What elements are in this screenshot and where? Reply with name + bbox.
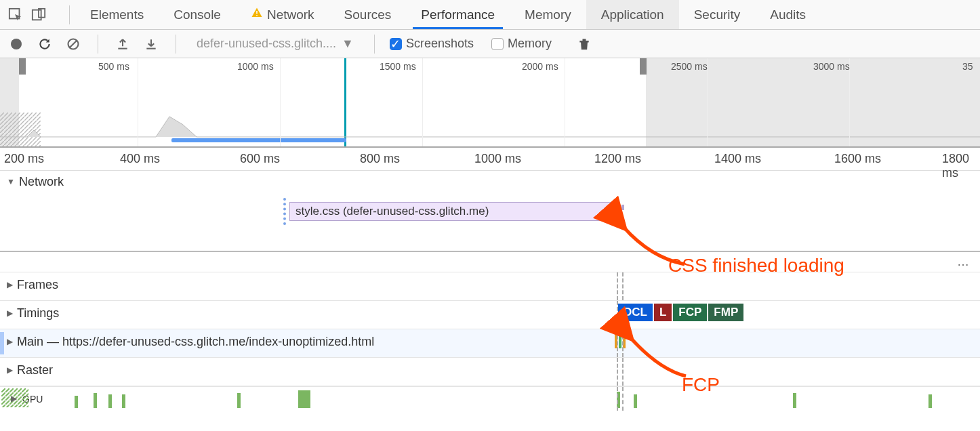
v-gridline xyxy=(622,329,624,357)
reload-icon[interactable] xyxy=(35,35,54,54)
disclosure-triangle-icon: ▶ xyxy=(7,337,13,346)
v-gridline xyxy=(617,301,618,329)
disclosure-triangle-icon: ▶ xyxy=(7,365,13,375)
main-track[interactable]: ▶ Main — https://defer-unused-css.glitch… xyxy=(0,329,980,358)
clear-icon[interactable] xyxy=(64,35,83,54)
timing-badges: DCL L FCP FMP xyxy=(618,304,743,321)
gpu-tick xyxy=(75,396,78,408)
svg-rect-3 xyxy=(256,11,258,14)
left-resize-handle[interactable] xyxy=(19,58,26,75)
main-left-stripe xyxy=(0,332,4,354)
tick-label: 500 ms xyxy=(98,61,129,72)
gpu-tick xyxy=(108,394,112,408)
tab-label: Application xyxy=(601,7,664,22)
tick-label: 1000 ms xyxy=(237,61,274,72)
separator xyxy=(98,35,98,54)
gpu-tick xyxy=(122,394,125,408)
gridline xyxy=(422,58,423,146)
devtools-tabbar: Elements Console Network Sources Perform… xyxy=(0,0,980,30)
right-resize-handle[interactable] xyxy=(640,58,647,75)
v-gridline xyxy=(622,387,624,411)
gpu-tick xyxy=(793,393,796,408)
overview-timeline[interactable]: 500 ms 1000 ms 1500 ms 2000 ms 2500 ms 3… xyxy=(0,58,980,148)
track-label: Raster xyxy=(17,363,53,377)
tab-elements[interactable]: Elements xyxy=(75,0,159,29)
load-profile-icon[interactable] xyxy=(113,35,132,54)
track-label: Main — https://defer-unused-css.glitch.m… xyxy=(17,335,374,349)
separator xyxy=(374,35,375,54)
svg-line-7 xyxy=(69,40,77,48)
ruler-tick: 600 ms xyxy=(240,152,280,166)
ruler-tick: 200 ms xyxy=(4,152,44,166)
garbage-collect-icon[interactable] xyxy=(575,35,594,54)
checkbox-label: Memory xyxy=(508,37,552,51)
inspect-icon[interactable] xyxy=(7,6,24,24)
network-request-bar[interactable]: style.css (defer-unused-css.glitch.me) xyxy=(289,202,619,221)
gridline xyxy=(565,58,565,146)
v-gridline xyxy=(617,272,618,300)
tick-label: 3000 ms xyxy=(813,61,850,72)
checkbox-icon: ✓ xyxy=(390,38,402,50)
tab-network[interactable]: Network xyxy=(236,0,329,29)
save-profile-icon[interactable] xyxy=(142,35,161,54)
svg-rect-1 xyxy=(33,9,41,20)
gpu-tick xyxy=(237,393,241,408)
disclosure-triangle-icon: ▶ xyxy=(7,280,13,289)
detail-ruler[interactable]: 200 ms 400 ms 600 ms 800 ms 1000 ms 1200… xyxy=(0,148,980,171)
memory-checkbox[interactable]: Memory xyxy=(491,37,552,51)
screenshots-checkbox[interactable]: ✓ Screenshots xyxy=(390,37,474,51)
track-header-raster[interactable]: ▶ Raster xyxy=(0,358,60,383)
ruler-tick: 1000 ms xyxy=(474,152,521,166)
gridline xyxy=(280,58,281,146)
separator xyxy=(69,5,70,24)
collapsed-dots[interactable]: … xyxy=(0,252,980,272)
gpu-track[interactable]: ▶ GPU xyxy=(0,386,980,411)
tab-memory[interactable]: Memory xyxy=(510,0,586,29)
gpu-tick xyxy=(94,393,97,408)
svg-point-5 xyxy=(11,39,22,49)
tab-application[interactable]: Application xyxy=(586,0,679,29)
disclosure-triangle-icon: ▶ xyxy=(11,394,17,403)
tab-security[interactable]: Security xyxy=(679,0,756,29)
disclosure-triangle-icon: ▼ xyxy=(7,177,15,186)
raster-track[interactable]: ▶ Raster xyxy=(0,358,980,386)
tab-label: Sources xyxy=(344,7,392,22)
tab-label: Memory xyxy=(525,7,571,22)
ruler-tick: 400 ms xyxy=(120,152,160,166)
tab-sources[interactable]: Sources xyxy=(329,0,407,29)
track-header-timings[interactable]: ▶ Timings xyxy=(0,301,66,326)
perf-toolbar: defer-unused-css.glitch.... ▼ ✓ Screensh… xyxy=(0,30,980,58)
network-track[interactable]: ▼ Network style.css (defer-unused-css.gl… xyxy=(0,171,980,252)
ruler-tick: 800 ms xyxy=(360,152,400,166)
separator xyxy=(176,35,176,54)
frames-track[interactable]: ▶ Frames xyxy=(0,272,980,301)
dropdown-label: defer-unused-css.glitch.... xyxy=(197,37,336,51)
timings-track[interactable]: ▶ Timings DCL L FCP FMP xyxy=(0,301,980,329)
timing-badge-fcp[interactable]: FCP xyxy=(673,304,707,321)
track-header-frames[interactable]: ▶ Frames xyxy=(0,272,65,297)
gpu-block xyxy=(298,390,310,408)
device-toggle-icon[interactable] xyxy=(30,6,47,24)
tick-label: 1500 ms xyxy=(380,61,416,72)
timing-badge-load[interactable]: L xyxy=(654,304,672,321)
tab-audits[interactable]: Audits xyxy=(755,0,821,29)
tab-performance[interactable]: Performance xyxy=(406,0,510,29)
warning-icon xyxy=(251,7,263,22)
svg-rect-4 xyxy=(256,15,258,16)
record-icon[interactable] xyxy=(7,35,26,54)
tabbar-left-icons xyxy=(7,6,47,24)
request-end-tick xyxy=(621,205,624,210)
gpu-tick xyxy=(928,394,932,408)
gridline xyxy=(138,58,138,146)
profiles-dropdown[interactable]: defer-unused-css.glitch.... ▼ xyxy=(191,37,359,51)
ruler-tick: 1600 ms xyxy=(834,152,881,166)
timing-badge-dcl[interactable]: DCL xyxy=(618,304,653,321)
tab-label: Network xyxy=(267,7,314,22)
tab-console[interactable]: Console xyxy=(159,0,236,29)
gpu-tick xyxy=(634,394,637,408)
timing-badge-fmp[interactable]: FMP xyxy=(708,304,743,321)
track-header-main[interactable]: ▶ Main — https://defer-unused-css.glitch… xyxy=(0,329,381,354)
checkbox-icon xyxy=(491,38,504,50)
track-header-network[interactable]: ▼ Network xyxy=(7,175,64,189)
svg-rect-10 xyxy=(583,39,586,41)
